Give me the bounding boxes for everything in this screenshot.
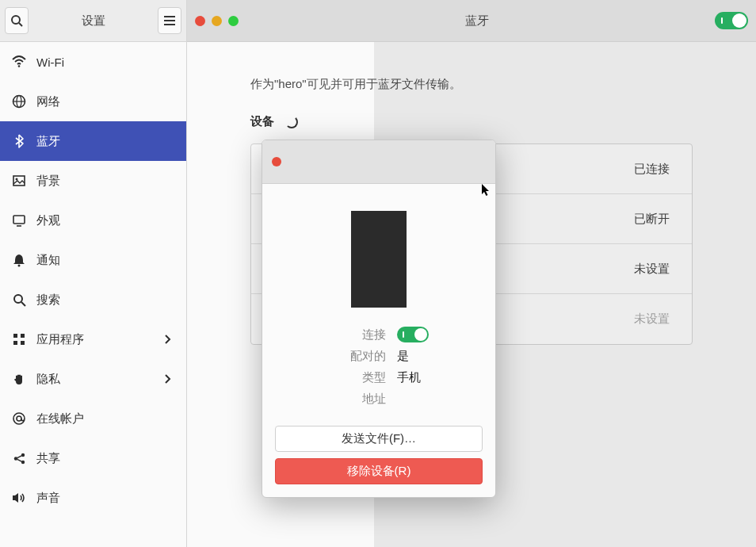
minimize-window-button[interactable]: [212, 16, 222, 26]
maximize-window-button[interactable]: [228, 16, 239, 26]
sidebar-item-image[interactable]: 背景: [0, 161, 186, 201]
sidebar-item-wifi[interactable]: Wi-Fi: [0, 42, 186, 82]
devices-header-row: 设备: [250, 114, 693, 129]
close-window-button[interactable]: [195, 16, 205, 26]
sidebar-item-search[interactable]: 搜索: [0, 280, 186, 319]
sidebar-item-label: Wi-Fi: [36, 55, 64, 69]
sidebar-item-display[interactable]: 外观: [0, 201, 186, 240]
sidebar-item-label: 在线帐户: [36, 411, 84, 427]
sidebar-item-label: 通知: [36, 253, 60, 268]
prop-address: 地址: [275, 392, 483, 407]
svg-line-25: [17, 455, 21, 457]
svg-point-5: [18, 65, 21, 67]
sidebar-item-volume[interactable]: 声音: [0, 478, 186, 518]
window-controls: [195, 16, 239, 26]
globe-icon: [11, 94, 27, 109]
svg-line-1: [19, 23, 22, 26]
svg-point-13: [18, 265, 21, 267]
sidebar-item-label: 背景: [36, 174, 60, 189]
device-status: 未设置: [634, 262, 670, 277]
svg-rect-16: [13, 334, 17, 338]
search-icon: [11, 293, 27, 307]
send-files-label: 发送文件(F)…: [342, 431, 416, 446]
prop-connection-label: 连接: [342, 327, 386, 342]
modal-header: [262, 140, 495, 184]
chevron-right-icon: [159, 334, 175, 345]
hamburger-button[interactable]: [158, 7, 181, 34]
at-icon: [11, 411, 27, 426]
svg-rect-18: [13, 341, 17, 345]
device-image-icon: [351, 211, 407, 308]
sidebar-item-label: 搜索: [36, 293, 60, 308]
image-icon: [11, 174, 27, 188]
volume-icon: [11, 492, 27, 504]
sidebar-item-hand[interactable]: 隐私: [0, 359, 186, 399]
share-icon: [11, 452, 27, 465]
sidebar-list: Wi-Fi网络蓝牙背景外观通知搜索应用程序隐私在线帐户共享声音: [0, 42, 186, 547]
prop-type: 类型 手机: [275, 370, 483, 385]
prop-paired-label: 配对的: [342, 349, 386, 364]
discoverable-text: 作为"hero"可见并可用于蓝牙文件传输。: [250, 77, 693, 92]
prop-connection: 连接: [275, 327, 483, 342]
prop-paired: 配对的 是: [275, 349, 483, 364]
page-title: 蓝牙: [239, 13, 715, 29]
main-header: 蓝牙: [187, 0, 756, 42]
modal-close-button[interactable]: [272, 157, 281, 166]
bluetooth-toggle[interactable]: [715, 12, 748, 29]
display-icon: [11, 213, 27, 228]
search-icon: [10, 14, 23, 27]
hamburger-icon: [164, 16, 175, 25]
sidebar-item-label: 声音: [36, 491, 60, 506]
devices-header-label: 设备: [250, 114, 274, 129]
svg-rect-19: [21, 341, 25, 345]
svg-point-0: [12, 16, 20, 24]
sidebar-item-grid[interactable]: 应用程序: [0, 319, 186, 359]
settings-sidebar: 设置 Wi-Fi网络蓝牙背景外观通知搜索应用程序隐私在线帐户共享声音: [0, 0, 187, 547]
prop-type-label: 类型: [342, 370, 386, 385]
svg-point-10: [16, 178, 18, 181]
hand-icon: [11, 373, 27, 386]
sidebar-item-label: 外观: [36, 213, 60, 228]
device-status: 已连接: [634, 162, 670, 177]
bell-icon: [11, 253, 27, 267]
sidebar-item-label: 蓝牙: [36, 134, 60, 149]
modal-body: 连接 配对的 是 类型 手机 地址 发送文件(F)… 移除设备(R): [262, 184, 495, 497]
wifi-icon: [11, 55, 27, 69]
svg-line-15: [21, 302, 25, 306]
sidebar-header: 设置: [0, 0, 186, 42]
grid-icon: [11, 333, 27, 346]
remove-device-button[interactable]: 移除设备(R): [275, 458, 483, 484]
prop-type-value: 手机: [397, 370, 421, 385]
sidebar-title: 设置: [29, 13, 158, 29]
svg-point-14: [14, 295, 22, 303]
prop-paired-value: 是: [397, 349, 409, 364]
sidebar-item-globe[interactable]: 网络: [0, 82, 186, 121]
sidebar-item-share[interactable]: 共享: [0, 438, 186, 478]
bluetooth-icon: [11, 134, 27, 148]
send-files-button[interactable]: 发送文件(F)…: [275, 426, 483, 452]
remove-device-label: 移除设备(R): [347, 464, 411, 479]
sidebar-item-at[interactable]: 在线帐户: [0, 399, 186, 438]
sidebar-item-label: 应用程序: [36, 332, 84, 347]
svg-rect-17: [21, 334, 25, 338]
search-button[interactable]: [5, 7, 29, 34]
connection-toggle[interactable]: [397, 327, 429, 342]
svg-rect-11: [13, 216, 25, 224]
sidebar-item-bell[interactable]: 通知: [0, 240, 186, 280]
device-status: 已断开: [634, 212, 670, 227]
chevron-right-icon: [159, 373, 175, 384]
svg-line-26: [17, 459, 21, 461]
svg-point-20: [13, 413, 25, 424]
sidebar-item-label: 共享: [36, 451, 60, 466]
prop-address-label: 地址: [342, 392, 386, 407]
scanning-spinner-icon: [285, 116, 298, 128]
sidebar-item-label: 隐私: [36, 372, 60, 387]
svg-point-21: [17, 416, 21, 421]
device-status: 未设置: [634, 312, 670, 327]
device-details-modal: 连接 配对的 是 类型 手机 地址 发送文件(F)… 移除设备(R): [262, 140, 496, 498]
sidebar-item-label: 网络: [36, 94, 60, 109]
sidebar-item-bluetooth[interactable]: 蓝牙: [0, 121, 186, 161]
